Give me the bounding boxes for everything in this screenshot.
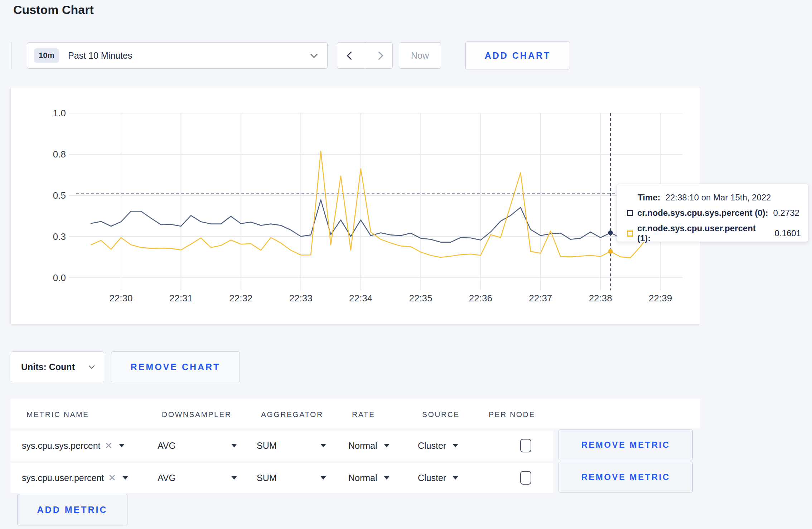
time-range-nav: [337, 42, 393, 69]
svg-text:0.5: 0.5: [53, 190, 66, 201]
chart-card: 0.00.30.50.81.022:3022:3122:3222:3322:34…: [10, 87, 700, 325]
series-0-swatch-icon: [627, 210, 633, 216]
metric-name-value: sys.cpu.user.percent: [22, 473, 104, 483]
downsampler-value: AVG: [158, 473, 176, 483]
downsampler-select[interactable]: AVG: [158, 463, 237, 493]
tooltip-time-value: 22:38:10 on Mar 15th, 2022: [666, 193, 771, 203]
time-range-badge: 10m: [34, 48, 59, 63]
column-header-downsampler: DOWNSAMPLER: [162, 410, 231, 419]
caret-down-icon: [320, 444, 326, 447]
remove-metric-button[interactable]: REMOVE METRIC: [559, 462, 693, 492]
svg-text:1.0: 1.0: [53, 108, 66, 118]
series-1-swatch-icon: [627, 230, 633, 237]
caret-down-icon: [320, 476, 326, 480]
chevron-left-icon: [347, 51, 355, 60]
remove-chart-button[interactable]: REMOVE CHART: [111, 351, 240, 382]
rate-select[interactable]: Normal: [348, 431, 390, 461]
chevron-down-icon: [310, 51, 318, 58]
units-label: Units: Count: [21, 362, 75, 372]
svg-text:0.3: 0.3: [53, 231, 66, 242]
metric-row: sys.cpu.user.percent ✕ AVG SUM Normal Cl…: [10, 463, 553, 493]
prev-range-button[interactable]: [337, 43, 365, 68]
caret-down-icon: [453, 476, 458, 480]
metric-name-select[interactable]: sys.cpu.user.percent ✕: [22, 463, 128, 493]
metric-name-select[interactable]: sys.cpu.sys.percent ✕: [22, 431, 125, 461]
caret-down-icon: [384, 476, 390, 480]
time-range-dropdown[interactable]: 10m Past 10 Minutes: [27, 42, 328, 69]
downsampler-value: AVG: [158, 441, 176, 451]
column-header-source: SOURCE: [422, 410, 460, 419]
source-value: Cluster: [418, 473, 446, 483]
aggregator-value: SUM: [257, 441, 277, 451]
svg-text:22:38: 22:38: [589, 293, 612, 304]
tooltip-time-label: Time:: [638, 193, 661, 203]
svg-text:22:36: 22:36: [469, 293, 492, 304]
metric-row: sys.cpu.sys.percent ✕ AVG SUM Normal Clu…: [10, 431, 553, 461]
svg-text:22:39: 22:39: [649, 293, 672, 304]
remove-metric-button[interactable]: REMOVE METRIC: [559, 429, 693, 460]
column-header-rate: RATE: [352, 410, 375, 419]
aggregator-select[interactable]: SUM: [257, 431, 326, 461]
rate-select[interactable]: Normal: [348, 463, 390, 493]
timeseries-chart[interactable]: 0.00.30.50.81.022:3022:3122:3222:3322:34…: [11, 87, 701, 325]
tooltip-series-0-label: cr.node.sys.cpu.sys.percent (0):: [637, 208, 768, 218]
per-node-cell: [520, 463, 531, 493]
units-dropdown[interactable]: Units: Count: [11, 351, 104, 382]
tooltip-series-1-label: cr.node.sys.cpu.user.percent (1):: [637, 223, 770, 243]
svg-text:22:34: 22:34: [349, 293, 372, 304]
column-header-metric-name: METRIC NAME: [26, 410, 89, 419]
metric-name-value: sys.cpu.sys.percent: [22, 441, 101, 451]
toolbar-left-divider: [11, 42, 11, 69]
column-header-per-node: PER NODE: [489, 410, 535, 419]
caret-down-icon: [384, 444, 390, 447]
tooltip-series-0-value: 0.2732: [773, 208, 799, 218]
clear-metric-icon[interactable]: ✕: [108, 472, 116, 484]
caret-down-icon: [453, 444, 458, 447]
svg-text:22:31: 22:31: [169, 293, 193, 304]
per-node-checkbox[interactable]: [520, 439, 531, 452]
caret-down-icon: [231, 444, 237, 447]
source-select[interactable]: Cluster: [418, 431, 458, 461]
per-node-cell: [520, 431, 531, 461]
caret-down-icon: [119, 444, 125, 447]
aggregator-select[interactable]: SUM: [257, 463, 326, 493]
tooltip-series-1-value: 0.1601: [775, 228, 801, 238]
chevron-down-icon: [89, 363, 95, 369]
rate-value: Normal: [348, 473, 377, 483]
chevron-right-icon: [374, 51, 383, 60]
source-select[interactable]: Cluster: [418, 463, 458, 493]
aggregator-value: SUM: [257, 473, 277, 483]
caret-down-icon: [231, 476, 237, 480]
source-value: Cluster: [418, 441, 446, 451]
svg-text:22:32: 22:32: [229, 293, 252, 304]
svg-text:22:35: 22:35: [409, 293, 432, 304]
svg-text:22:30: 22:30: [109, 293, 132, 304]
svg-text:0.0: 0.0: [53, 272, 66, 283]
column-header-aggregator: AGGREGATOR: [261, 410, 323, 419]
clear-metric-icon[interactable]: ✕: [105, 440, 113, 451]
now-button[interactable]: Now: [399, 42, 441, 69]
page-title: Custom Chart: [13, 3, 94, 17]
svg-text:22:37: 22:37: [529, 293, 552, 304]
downsampler-select[interactable]: AVG: [158, 431, 237, 461]
per-node-checkbox[interactable]: [520, 471, 531, 485]
add-chart-button[interactable]: ADD CHART: [465, 42, 570, 69]
svg-text:0.8: 0.8: [53, 149, 66, 160]
caret-down-icon: [122, 476, 128, 480]
rate-value: Normal: [348, 441, 377, 451]
next-range-button[interactable]: [365, 43, 392, 68]
svg-text:22:33: 22:33: [289, 293, 313, 304]
chart-hover-tooltip: Time: 22:38:10 on Mar 15th, 2022 cr.node…: [617, 184, 808, 242]
time-range-label: Past 10 Minutes: [68, 50, 132, 61]
add-metric-button[interactable]: ADD METRIC: [17, 494, 127, 525]
